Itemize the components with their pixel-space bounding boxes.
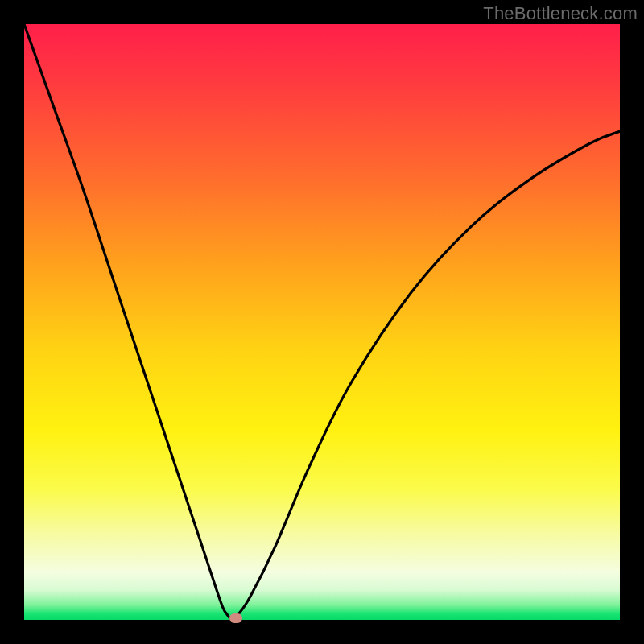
chart-frame: TheBottleneck.com (0, 0, 644, 644)
plot-area (24, 24, 620, 620)
optimum-marker (229, 613, 242, 623)
watermark-text: TheBottleneck.com (483, 3, 638, 24)
bottleneck-curve (24, 24, 620, 620)
